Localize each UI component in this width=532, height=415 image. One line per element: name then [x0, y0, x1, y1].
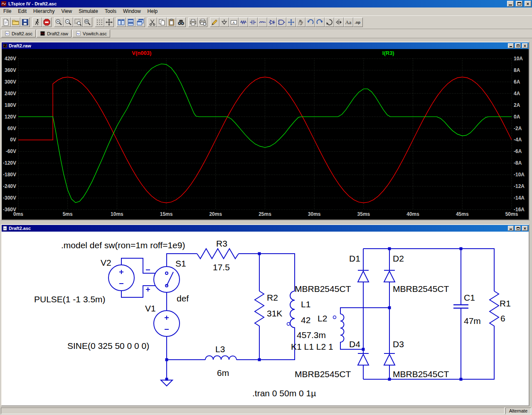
component-l1[interactable] [287, 291, 295, 329]
asc-minimize-button[interactable] [508, 226, 514, 231]
print-button[interactable] [188, 17, 198, 27]
component-s1[interactable] [146, 267, 180, 292]
zoom-in-button[interactable] [54, 17, 64, 27]
value-l3[interactable]: 6m [217, 368, 229, 378]
waveform-plot[interactable]: 0ms5ms10ms15ms20ms25ms30ms35ms40ms45ms50… [2, 49, 529, 220]
model-d2[interactable]: MBRB2545CT [393, 284, 449, 294]
component-l2[interactable] [333, 314, 344, 342]
k-statement[interactable]: K1 L1 L2 1 [291, 342, 333, 351]
zoom-area-button[interactable] [73, 17, 83, 27]
asc-window[interactable]: Draft2.asc × [1, 224, 530, 406]
save-button[interactable] [20, 17, 30, 27]
label-r3[interactable]: R3 [216, 239, 227, 248]
model-d3[interactable]: MBRB2545CT [393, 369, 449, 379]
wire-button[interactable] [210, 17, 219, 27]
component-r3[interactable] [197, 249, 239, 259]
label-r2[interactable]: R2 [267, 293, 278, 302]
label-v1[interactable]: V1 [145, 304, 156, 313]
label-v2[interactable]: V2 [101, 258, 111, 267]
component-button[interactable] [277, 17, 286, 27]
label-s1[interactable]: S1 [175, 259, 186, 268]
menu-tools[interactable]: Tools [101, 8, 120, 15]
value-v2[interactable]: PULSE(1 -1 3.5m) [34, 294, 106, 304]
directive-model[interactable]: .model def sw(ron=1m roff=1e9) [61, 240, 185, 250]
schematic-canvas[interactable]: .model def sw(ron=1m roff=1e9) R3 17.5 V… [2, 232, 529, 405]
model-d1[interactable]: MBRB2545CT [295, 284, 351, 294]
open-button[interactable] [11, 17, 20, 27]
label-l1[interactable]: L1 [301, 299, 310, 309]
app-titlebar[interactable]: LTspice IV - Draft2.asc × [0, 0, 532, 7]
value-l1[interactable]: 42 [301, 315, 310, 325]
raw-titlebar[interactable]: Draft2.raw × [2, 42, 529, 49]
zoom-back-button[interactable] [64, 17, 73, 27]
inductor-button[interactable] [258, 17, 267, 27]
run-button[interactable] [32, 17, 42, 27]
capacitor-button[interactable] [248, 17, 258, 27]
label-l3[interactable]: L3 [215, 344, 225, 354]
value-s1[interactable]: def [177, 294, 189, 303]
menu-simulate[interactable]: Simulate [75, 8, 101, 15]
component-d3[interactable] [384, 353, 395, 365]
copy-button[interactable] [157, 17, 167, 27]
new-schematic-button[interactable] [1, 17, 11, 27]
minimize-button[interactable] [507, 1, 514, 7]
asc-close-button[interactable]: × [522, 226, 528, 231]
mirror-button[interactable] [334, 17, 344, 27]
component-r2[interactable] [255, 291, 264, 329]
value-r3[interactable]: 17.5 [213, 262, 230, 272]
cascade-button[interactable] [135, 17, 145, 27]
paste-button[interactable] [167, 17, 176, 27]
value-r1[interactable]: 6 [500, 314, 505, 323]
find-button[interactable] [176, 17, 186, 27]
trace-label-I(R3)[interactable]: I(R3) [382, 50, 394, 56]
wires[interactable] [121, 249, 494, 379]
halt-button[interactable] [42, 17, 52, 27]
value-l2[interactable]: 457.3m [297, 330, 326, 340]
label-l2[interactable]: L2 [318, 314, 327, 323]
value-r2[interactable]: 31K [267, 309, 282, 318]
component-v1[interactable] [154, 311, 180, 336]
maximize-button[interactable] [516, 1, 522, 7]
menu-file[interactable]: File [0, 8, 15, 15]
component-l3[interactable] [205, 356, 236, 360]
diode-button[interactable] [267, 17, 277, 27]
text-button[interactable] [344, 17, 353, 27]
component-d2[interactable] [384, 270, 395, 282]
drag-button[interactable] [296, 17, 305, 27]
raw-close-button[interactable]: × [522, 43, 528, 48]
print-preview-button[interactable] [198, 17, 207, 27]
model-d4[interactable]: MBRB2545CT [295, 369, 351, 379]
value-c1[interactable]: 47m [464, 316, 481, 326]
waveform-pane[interactable]: 0ms5ms10ms15ms20ms25ms30ms35ms40ms45ms50… [2, 49, 529, 220]
label-d4[interactable]: D4 [349, 339, 360, 349]
zoom-fit-button[interactable] [83, 17, 92, 27]
menu-hierarchy[interactable]: Hierarchy [30, 8, 58, 15]
cut-button[interactable] [148, 17, 157, 27]
label-r1[interactable]: R1 [500, 299, 511, 308]
ground-button[interactable] [219, 17, 229, 27]
grid-button[interactable] [95, 17, 104, 27]
resistor-button[interactable] [239, 17, 248, 27]
menu-window[interactable]: Window [120, 8, 144, 15]
component-d1[interactable] [358, 270, 369, 282]
spice-directive-button[interactable] [353, 17, 363, 27]
rotate-button[interactable] [325, 17, 334, 27]
directive-tran[interactable]: .tran 0 50m 0 1µ [252, 388, 316, 398]
move-button[interactable] [286, 17, 296, 27]
raw-window[interactable]: Draft2.raw × 0ms5ms10ms15ms20ms25ms30ms3… [1, 42, 530, 220]
asc-titlebar[interactable]: Draft2.asc × [2, 225, 529, 232]
component-c1[interactable] [453, 305, 468, 308]
label-d3[interactable]: D3 [393, 339, 404, 349]
schematic-pane[interactable]: .model def sw(ron=1m roff=1e9) R3 17.5 V… [2, 232, 529, 405]
menu-view[interactable]: View [58, 8, 75, 15]
tab-draft2.raw[interactable]: Draft2.raw [37, 30, 71, 37]
menu-help[interactable]: Help [144, 8, 161, 15]
pan-button[interactable] [104, 17, 114, 27]
tab-draft2.asc[interactable]: Draft2.asc [1, 30, 36, 37]
menu-edit[interactable]: Edit [15, 8, 30, 15]
asc-maximize-button[interactable] [515, 226, 521, 231]
tile-horizontal-button[interactable] [126, 17, 135, 27]
label-c1[interactable]: C1 [464, 293, 475, 302]
label-net-button[interactable] [229, 17, 239, 27]
component-r1[interactable] [490, 291, 499, 329]
